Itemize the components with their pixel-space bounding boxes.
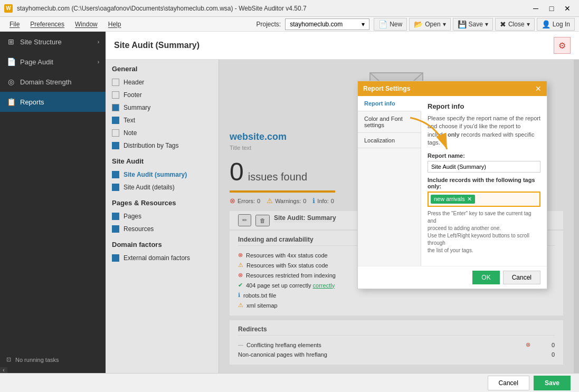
- projects-dropdown[interactable]: stayhomeclub.com ▾: [285, 18, 369, 30]
- open-button[interactable]: 📂 Open ▾: [409, 18, 450, 31]
- modal-content-area: Report info Please specify the report na…: [421, 96, 547, 266]
- main-container: ⊞ Site Structure › 📄 Page Audit › ◎ Doma…: [0, 32, 579, 373]
- modal-ok-button[interactable]: OK: [472, 271, 499, 284]
- tab-color-font[interactable]: Color and Font settings: [358, 111, 421, 133]
- menu-file[interactable]: File: [4, 18, 25, 30]
- title-bar: W stayhomeclub.com (C:\Users\oagafonov\D…: [0, 0, 579, 17]
- menu-bar: File Preferences Window Help Projects: s…: [0, 17, 579, 32]
- sidebar-item-site-structure[interactable]: ⊞ Site Structure ›: [0, 32, 106, 52]
- menu-preferences[interactable]: Preferences: [25, 18, 70, 30]
- projects-area: Projects: stayhomeclub.com ▾: [257, 18, 370, 30]
- modal-overlay: Report Settings ✕ Report info Color and …: [106, 60, 579, 373]
- save-button-bottom[interactable]: Save: [534, 376, 571, 390]
- chevron-right-icon-2: ›: [98, 59, 99, 65]
- close-button[interactable]: ✖ Close ▾: [495, 18, 535, 31]
- modal-actions: OK Cancel: [358, 266, 547, 289]
- modal-section-title: Report info: [428, 102, 540, 110]
- new-button[interactable]: 📄 New: [374, 18, 407, 31]
- login-button[interactable]: 👤 Log In: [537, 18, 575, 31]
- close-project-icon: ✖: [500, 20, 506, 28]
- sidebar-item-reports[interactable]: 📋 Reports: [0, 92, 106, 112]
- menu-window[interactable]: Window: [70, 18, 103, 30]
- no-running-tasks-bar: ⊡ No running tasks: [0, 352, 106, 367]
- login-icon: 👤: [542, 20, 550, 28]
- modal-hint: Press the "Enter" key to save the curren…: [428, 210, 540, 254]
- tags-container: new arrivals ✕: [428, 192, 540, 207]
- window-close-button[interactable]: ✕: [560, 3, 575, 14]
- maximize-button[interactable]: □: [544, 3, 559, 14]
- save-icon: 💾: [458, 20, 467, 28]
- modal-title: Report Settings: [363, 85, 410, 92]
- gear-icon: ⚙: [558, 41, 566, 51]
- window-controls: ─ □ ✕: [528, 3, 575, 14]
- tab-localization[interactable]: Localization: [358, 133, 421, 148]
- window-title: stayhomeclub.com (C:\Users\oagafonov\Doc…: [17, 5, 528, 12]
- toolbar-buttons: 📄 New 📂 Open ▾ 💾 Save ▾ ✖ Close ▾ 👤 Log …: [374, 18, 575, 31]
- page-title: Site Audit (Summary): [114, 41, 200, 50]
- page-audit-icon: 📄: [6, 57, 16, 66]
- tags-label: Include records with the following tags …: [428, 177, 540, 189]
- site-structure-icon: ⊞: [6, 37, 16, 46]
- content-area: Site Audit (Summary) ⚙ General Header Fo…: [106, 32, 579, 373]
- save-button[interactable]: 💾 Save ▾: [453, 18, 493, 31]
- tab-report-info[interactable]: Report info: [358, 96, 421, 111]
- minimize-button[interactable]: ─: [528, 3, 543, 14]
- new-icon: 📄: [378, 20, 387, 28]
- app-icon: W: [4, 4, 13, 13]
- reports-icon: 📋: [6, 97, 16, 107]
- domain-strength-icon: ◎: [6, 77, 16, 87]
- report-settings-modal: Report Settings ✕ Report info Color and …: [357, 81, 547, 289]
- sidebar-collapse-button[interactable]: ‹: [0, 367, 7, 373]
- projects-label: Projects:: [257, 21, 281, 28]
- open-icon: 📂: [414, 20, 423, 28]
- modal-description: Please specify the report name of the re…: [428, 114, 540, 147]
- modal-body: Report info Color and Font settings Loca…: [358, 96, 547, 266]
- sidebar: ⊞ Site Structure › 📄 Page Audit › ◎ Doma…: [0, 32, 106, 373]
- modal-tabs: Report info Color and Font settings Loca…: [358, 96, 421, 266]
- cancel-button[interactable]: Cancel: [488, 376, 529, 390]
- modal-header: Report Settings ✕: [358, 81, 547, 96]
- report-name-label: Report name:: [428, 152, 540, 159]
- report-settings-button[interactable]: ⚙: [554, 37, 571, 54]
- content-header: Site Audit (Summary) ⚙: [106, 32, 579, 60]
- tag-new-arrivals: new arrivals ✕: [431, 195, 475, 204]
- sidebar-item-domain-strength[interactable]: ◎ Domain Strength: [0, 72, 106, 92]
- modal-close-button[interactable]: ✕: [535, 84, 542, 93]
- menu-help[interactable]: Help: [103, 18, 127, 30]
- report-name-input[interactable]: [428, 161, 540, 173]
- modal-cancel-button[interactable]: Cancel: [503, 271, 540, 284]
- chevron-right-icon: ›: [98, 39, 99, 45]
- sidebar-item-page-audit[interactable]: 📄 Page Audit ›: [0, 52, 106, 72]
- tag-remove-button[interactable]: ✕: [467, 196, 472, 203]
- bottom-bar: Cancel Save: [0, 373, 579, 392]
- tasks-icon: ⊡: [6, 356, 11, 363]
